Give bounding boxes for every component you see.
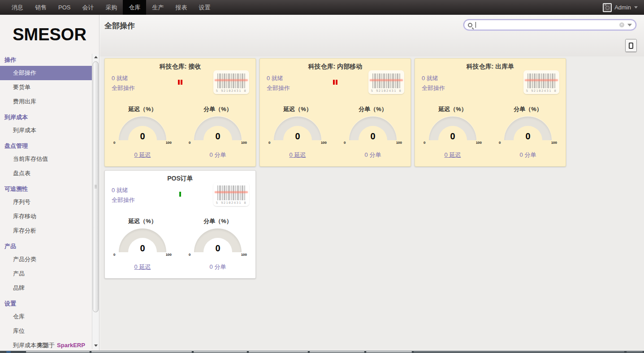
gauge-ticks: 0 100 <box>113 253 172 257</box>
chevron-down-icon <box>634 6 638 9</box>
gauge-ticks: 0 100 <box>189 253 247 257</box>
sidebar-item[interactable]: 产品分类 <box>0 252 92 267</box>
card-title: 科技仓库: 内部移动 <box>260 63 411 71</box>
sidebar-section-title: 盘点管理 <box>0 138 92 152</box>
sidebar-item[interactable]: 当前库存估值 <box>0 152 92 166</box>
search-input[interactable] <box>476 20 619 30</box>
gauge-value: 0 <box>194 244 242 253</box>
search-box[interactable]: × <box>463 19 636 30</box>
delay-gauge-column: 延迟（%） 0 0 100 0 延迟 <box>105 217 180 271</box>
page-title: 全部操作 <box>104 21 135 31</box>
sidebar-scrollbar[interactable] <box>92 54 99 349</box>
delay-gauge: 0 <box>119 116 166 140</box>
sidebar-item[interactable]: 品牌 <box>0 281 92 295</box>
top-menu-item[interactable]: 采购 <box>99 0 123 15</box>
sparkerp-link[interactable]: SparkERP <box>57 342 85 349</box>
backorder-count-link[interactable]: 0 分单 <box>210 263 226 271</box>
gauge-ticks: 0 100 <box>189 141 247 145</box>
top-menu-item[interactable]: 仓库 <box>123 0 146 15</box>
card-title: 科技仓库: 接收 <box>105 63 255 71</box>
gauge-min: 0 <box>189 253 190 257</box>
scroll-up-arrow-icon[interactable] <box>92 54 99 61</box>
gauge-row: 延迟（%） 0 0 100 0 延迟 分单（%） 0 <box>415 105 566 159</box>
sidebar-item[interactable]: 仓库 <box>0 310 92 324</box>
barcode-digits: 5 92102431 8 <box>523 89 559 93</box>
backorder-gauge-column: 分单（%） 0 0 100 0 分单 <box>180 105 255 159</box>
sidebar-item[interactable]: 盘点表 <box>0 166 92 181</box>
all-operations-link[interactable]: 全部操作 <box>422 84 445 92</box>
backorder-count-link[interactable]: 0 分单 <box>365 151 381 159</box>
scrollbar-grip-icon <box>95 185 97 189</box>
gauge-ticks: 0 100 <box>344 141 402 145</box>
sidebar-section-title: 可追溯性 <box>0 181 92 195</box>
top-menu-item[interactable]: POS <box>52 0 76 15</box>
delay-count-link[interactable]: 0 延迟 <box>134 263 151 271</box>
barcode-image: 5 92102431 8 <box>368 70 404 94</box>
scrollbar-thumb[interactable] <box>93 61 99 312</box>
sidebar-item[interactable]: 产品 <box>0 267 92 281</box>
sidebar-item[interactable]: 库存分析 <box>0 224 92 238</box>
search-dropdown-icon[interactable] <box>627 24 632 26</box>
gauge-value: 0 <box>349 132 397 141</box>
view-switcher <box>625 39 637 52</box>
delay-count-link[interactable]: 0 延迟 <box>445 151 461 159</box>
sidebar-item[interactable]: 要货单 <box>0 80 92 95</box>
gauge-max: 100 <box>241 141 247 145</box>
gauge-label: 分单（%） <box>335 105 411 113</box>
kanban-card[interactable]: 科技仓库: 接收 0 就绪 全部操作 5 92102431 8 延迟（%） 0 … <box>104 58 256 167</box>
ready-count-link[interactable]: 0 就绪 <box>422 74 438 82</box>
top-menu-item[interactable]: 报表 <box>169 0 193 15</box>
gauge-min: 0 <box>189 141 190 145</box>
top-menu-item[interactable]: 销售 <box>29 0 52 15</box>
gauge-max: 100 <box>166 253 172 257</box>
bottom-strip-bar <box>0 351 644 353</box>
delay-gauge-column: 延迟（%） 0 0 100 0 延迟 <box>260 105 335 159</box>
delay-count-link[interactable]: 0 延迟 <box>290 151 306 159</box>
delay-gauge: 0 <box>429 116 476 140</box>
barcode-digits: 5 92102431 8 <box>213 201 249 205</box>
gauge-max: 100 <box>396 141 402 145</box>
sidebar-item[interactable]: 到岸成本 <box>0 123 92 138</box>
gauge-max: 100 <box>321 141 327 145</box>
sidebar: SMESOR 操作 全部操作 要货单 费用出库 到岸成本 到岸成本 盘点管理 当… <box>0 15 99 350</box>
sidebar-item[interactable]: 费用出库 <box>0 95 92 109</box>
top-menu-nav: 消息 销售 POS 会计 采购 仓库 生产 报表 设置 <box>6 0 216 15</box>
sidebar-section-title: 到岸成本 <box>0 109 92 123</box>
sidebar-item[interactable]: 库位 <box>0 324 92 338</box>
gauge-row: 延迟（%） 0 0 100 0 延迟 分单（%） 0 <box>260 105 411 159</box>
barcode-digits: 5 92102431 8 <box>213 89 249 93</box>
backorder-count-link[interactable]: 0 分单 <box>520 151 536 159</box>
list-view-button[interactable] <box>626 39 636 52</box>
kanban-card[interactable]: 科技仓库: 出库单 0 就绪 全部操作 5 92102431 8 延迟（%） 0… <box>415 58 566 167</box>
barcode-image: 5 92102431 8 <box>213 70 249 94</box>
barcode-image: 5 92102431 8 <box>523 70 559 94</box>
kanban-card[interactable]: 科技仓库: 内部移动 0 就绪 全部操作 5 92102431 8 延迟（%） … <box>259 58 411 167</box>
backorder-gauge-column: 分单（%） 0 0 100 0 分单 <box>335 105 411 159</box>
top-menu-item[interactable]: 生产 <box>146 0 169 15</box>
scroll-down-arrow-icon[interactable] <box>92 342 99 349</box>
top-menu-item[interactable]: 设置 <box>193 0 216 15</box>
delay-count-link[interactable]: 0 延迟 <box>134 151 151 159</box>
gauge-min: 0 <box>113 141 115 145</box>
app-logo[interactable]: SMESOR <box>0 26 99 44</box>
sidebar-item[interactable]: 序列号 <box>0 195 92 209</box>
backorder-count-link[interactable]: 0 分单 <box>210 151 226 159</box>
gauge-label: 延迟（%） <box>105 217 180 225</box>
gauge-label: 延迟（%） <box>105 105 180 113</box>
gauge-value: 0 <box>119 132 166 141</box>
barcode-digits: 5 92102431 8 <box>368 89 404 93</box>
sidebar-item[interactable]: 库存移动 <box>0 209 92 224</box>
sidebar-item[interactable]: 全部操作 <box>0 66 92 80</box>
backorder-gauge: 0 <box>194 228 242 252</box>
backorder-gauge: 0 <box>349 116 397 140</box>
control-panel: 全部操作 × <box>100 15 644 56</box>
user-menu[interactable]: Admin <box>603 0 638 15</box>
kanban-card[interactable]: POS订单 0 就绪 全部操作 5 92102431 8 延迟（%） 0 0 1… <box>104 170 256 279</box>
top-menu-item[interactable]: 会计 <box>76 0 99 15</box>
delay-gauge: 0 <box>119 228 166 252</box>
clear-search-icon[interactable]: × <box>619 22 624 27</box>
top-menu-item[interactable]: 消息 <box>6 0 29 15</box>
user-name: Admin <box>614 4 631 11</box>
barcode-scanline-icon <box>370 79 403 81</box>
delay-gauge-column: 延迟（%） 0 0 100 0 延迟 <box>415 105 490 159</box>
